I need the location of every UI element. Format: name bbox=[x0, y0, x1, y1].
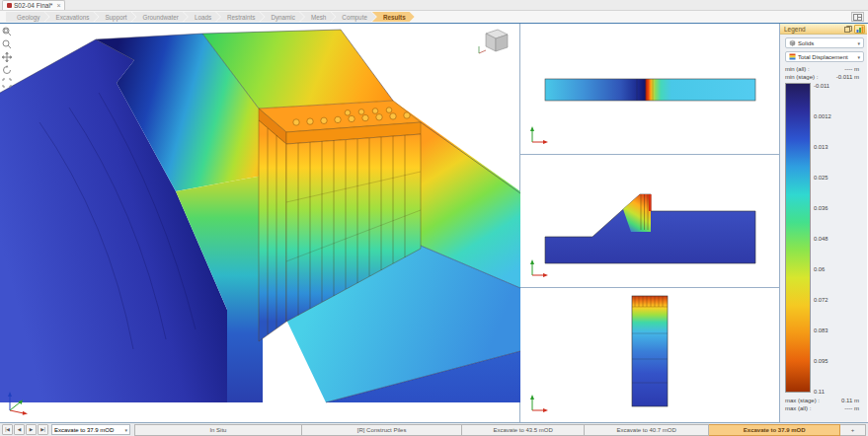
axis-triad-icon bbox=[528, 395, 548, 418]
color-scale: -0.011 0.0012 0.013 0.025 0.036 0.048 0.… bbox=[785, 83, 864, 395]
chevron-down-icon: ▾ bbox=[857, 40, 860, 46]
stage-tab-excavate-43-5[interactable]: Excavate to 43.5 mOD bbox=[462, 424, 585, 436]
next-stage-button[interactable]: ▶ bbox=[26, 424, 37, 435]
zoom-window-icon[interactable] bbox=[1, 26, 13, 37]
scale-tick: 0.095 bbox=[814, 358, 831, 364]
legend-chart-icon[interactable] bbox=[854, 25, 865, 34]
max-stage-label: max (stage) : bbox=[785, 398, 820, 403]
tab-compute[interactable]: Compute bbox=[331, 12, 376, 22]
scale-tick: 0.0012 bbox=[814, 113, 831, 119]
tab-groundwater[interactable]: Groundwater bbox=[131, 12, 187, 22]
color-scale-bar bbox=[785, 83, 811, 393]
section-top-scene[interactable] bbox=[520, 24, 780, 154]
pan-icon[interactable] bbox=[1, 51, 13, 63]
legend-header: Legend bbox=[780, 24, 867, 35]
previous-stage-button[interactable]: ◀ bbox=[14, 424, 25, 435]
legend-body: Solids ▾ Total Displacement ▾ min (all) … bbox=[780, 35, 867, 414]
min-all-label: min (all) : bbox=[785, 66, 810, 72]
section-viewport-bottom[interactable] bbox=[520, 288, 779, 422]
legend-title: Legend bbox=[784, 26, 841, 33]
document-tab[interactable]: S02-04 Final* × bbox=[2, 0, 65, 10]
section-viewport-middle[interactable] bbox=[520, 155, 779, 288]
stage-tab-in-situ[interactable]: In Situ bbox=[134, 424, 302, 436]
stage-tab-excavate-40-7[interactable]: Excavate to 40.7 mOD bbox=[585, 424, 709, 436]
zoom-icon[interactable] bbox=[1, 38, 13, 50]
scale-tick: 0.11 bbox=[814, 389, 831, 395]
solids-icon bbox=[789, 39, 796, 46]
scale-tick: 0.025 bbox=[814, 175, 831, 181]
section-bottom-scene[interactable] bbox=[520, 288, 780, 422]
max-stage-value: 0.11 m bbox=[841, 398, 863, 403]
stage-tab-construct-piles[interactable]: [R] Construct Piles bbox=[302, 424, 462, 436]
viewport-layout-icon[interactable] bbox=[851, 12, 864, 22]
last-stage-button[interactable]: ▶| bbox=[38, 424, 48, 435]
max-stage-row: max (stage) : 0.11 m bbox=[785, 397, 864, 404]
tab-excavations[interactable]: Excavations bbox=[44, 12, 98, 22]
document-tab-bar: S02-04 Final* × bbox=[0, 0, 868, 11]
axis-triad-icon bbox=[3, 390, 29, 419]
data-type-dropdown[interactable]: Total Displacement ▾ bbox=[785, 51, 864, 62]
app-file-icon bbox=[7, 3, 12, 8]
section-viewport-top[interactable] bbox=[520, 24, 779, 155]
scale-tick: -0.011 bbox=[814, 83, 831, 89]
scale-tick: 0.036 bbox=[814, 205, 831, 211]
tab-support[interactable]: Support bbox=[94, 12, 135, 22]
scale-tick: 0.072 bbox=[814, 297, 831, 303]
close-icon[interactable]: × bbox=[56, 2, 60, 9]
stage-bar: |◀ ◀ ▶ ▶| Excavate to 37.9 mOD ▾ In Situ… bbox=[0, 422, 868, 436]
view-toolbar bbox=[1, 26, 13, 89]
stage-tab-excavate-37-9[interactable]: Excavate to 37.9 mOD bbox=[709, 424, 840, 436]
workflow-tab-bar: Geology Excavations Support Groundwater … bbox=[0, 11, 868, 23]
first-stage-button[interactable]: |◀ bbox=[2, 424, 13, 435]
view-mode-dropdown[interactable]: Solids ▾ bbox=[785, 37, 864, 48]
tab-dynamic[interactable]: Dynamic bbox=[260, 12, 304, 22]
scale-tick: 0.083 bbox=[814, 327, 831, 333]
min-all-value: ---- m bbox=[844, 66, 863, 72]
contour-icon bbox=[789, 53, 796, 60]
min-all-row: min (all) : ---- m bbox=[785, 65, 864, 73]
scale-tick: 0.06 bbox=[814, 266, 831, 272]
section-viewports bbox=[520, 24, 780, 422]
zoom-extents-icon[interactable] bbox=[1, 77, 13, 89]
tab-geology[interactable]: Geology bbox=[6, 12, 48, 22]
axis-triad-icon bbox=[528, 259, 548, 283]
tab-results[interactable]: Results bbox=[372, 12, 415, 22]
model-3d-scene[interactable] bbox=[0, 24, 520, 423]
tab-restraints[interactable]: Restraints bbox=[216, 12, 264, 22]
main-3d-viewport[interactable] bbox=[0, 24, 520, 422]
legend-options-icon[interactable] bbox=[842, 25, 853, 34]
stage-selector-dropdown[interactable]: Excavate to 37.9 mOD ▾ bbox=[51, 424, 130, 435]
workspace: Legend Solids ▾ Total Displacement ▾ min… bbox=[0, 23, 868, 422]
min-stage-row: min (stage) : -0.011 m bbox=[785, 73, 864, 81]
scale-tick: 0.048 bbox=[814, 236, 831, 242]
max-all-value: ---- m bbox=[844, 405, 863, 411]
scale-tick: 0.013 bbox=[814, 144, 831, 150]
data-type-value: Total Displacement bbox=[798, 54, 848, 60]
view-cube-icon[interactable] bbox=[476, 27, 510, 60]
chevron-down-icon: ▾ bbox=[124, 427, 127, 433]
stage-selector-value: Excavate to 37.9 mOD bbox=[54, 427, 114, 433]
rotate-icon[interactable] bbox=[1, 64, 13, 76]
min-stage-label: min (stage) : bbox=[785, 74, 818, 80]
document-title: S02-04 Final* bbox=[14, 2, 52, 9]
max-all-label: max (all) : bbox=[785, 405, 811, 411]
color-scale-ticks: -0.011 0.0012 0.013 0.025 0.036 0.048 0.… bbox=[814, 83, 831, 395]
chevron-down-icon: ▾ bbox=[857, 54, 860, 60]
min-stage-value: -0.011 m bbox=[836, 74, 863, 80]
tab-loads[interactable]: Loads bbox=[184, 12, 220, 22]
axis-triad-icon bbox=[528, 126, 548, 150]
tab-mesh[interactable]: Mesh bbox=[300, 12, 335, 22]
legend-panel: Legend Solids ▾ Total Displacement ▾ min… bbox=[780, 24, 867, 422]
max-all-row: max (all) : ---- m bbox=[785, 404, 864, 412]
section-middle-scene[interactable] bbox=[520, 155, 780, 287]
add-stage-button[interactable]: + bbox=[840, 424, 866, 436]
view-mode-value: Solids bbox=[798, 40, 814, 46]
stage-tabs: In Situ [R] Construct Piles Excavate to … bbox=[134, 424, 866, 436]
